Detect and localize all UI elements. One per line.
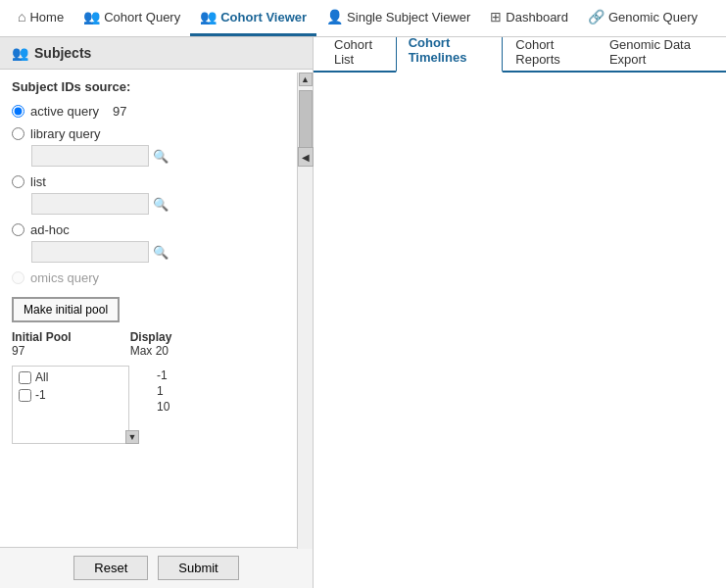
reset-button[interactable]: Reset (73, 556, 148, 580)
adhoc-label: ad-hoc (30, 222, 70, 237)
display-max-section: Display Max 20 (130, 330, 172, 358)
list-section: All -1 ▼ -1 1 10 (12, 366, 293, 444)
sidebar-content: Subject IDs source: active query 97 libr… (0, 70, 313, 547)
tab-cohort-list-label: Cohort List (334, 37, 372, 67)
display-max-value: Max 20 (130, 344, 172, 358)
adhoc-radio[interactable] (12, 223, 24, 236)
checkbox-list-box: All -1 (12, 366, 129, 444)
active-query-count: 97 (113, 104, 126, 119)
scrollbar-arrow-up[interactable]: ▲ (299, 73, 313, 86)
omics-query-label: omics query (30, 270, 99, 285)
nav-cohort-viewer[interactable]: 👥 Cohort Viewer (190, 0, 316, 36)
nav-cohort-viewer-label: Cohort Viewer (220, 10, 307, 24)
nav-cohort-query[interactable]: 👥 Cohort Query (73, 0, 190, 36)
active-query-label: active query (30, 104, 99, 119)
list-label: list (30, 174, 46, 189)
list-input-row: 🔍 (31, 193, 293, 215)
initial-pool-section: Initial Pool 97 (12, 330, 72, 358)
list-radio[interactable] (12, 175, 24, 188)
list-item-all: All (15, 368, 126, 386)
library-query-input-row: 🔍 (31, 145, 293, 167)
tab-cohort-timelines[interactable]: Cohort Timelines (396, 37, 504, 73)
library-query-row: library query (12, 126, 293, 141)
active-query-row: active query 97 (12, 104, 293, 119)
adhoc-row: ad-hoc (12, 222, 293, 237)
list-input[interactable] (31, 193, 149, 215)
list-row: list (12, 174, 293, 189)
display-value-0: -1 (153, 368, 173, 383)
make-initial-pool-button[interactable]: Make initial pool (12, 297, 120, 322)
library-query-input[interactable] (31, 145, 149, 167)
minus1-checkbox[interactable] (19, 389, 31, 402)
active-query-radio[interactable] (12, 105, 24, 118)
tab-genomic-data-export-label: Genomic Data Export (609, 37, 691, 67)
display-value-1: 1 (153, 383, 173, 399)
all-label: All (35, 370, 48, 384)
single-subject-icon: 👤 (326, 9, 343, 24)
library-query-radio[interactable] (12, 127, 24, 140)
sidebar: 👥 Subjects Subject IDs source: active qu… (0, 37, 314, 588)
adhoc-group: ad-hoc 🔍 (12, 222, 293, 263)
checkbox-list-container: All -1 ▼ (12, 366, 139, 444)
sidebar-title: Subjects (34, 45, 91, 61)
nav-genomic-query[interactable]: 🔗 Genomic Query (578, 0, 707, 36)
right-content: ◀ Cohort List Cohort Timelines Cohort Re… (314, 37, 726, 588)
list-scroll-down[interactable]: ▼ (125, 430, 139, 444)
adhoc-input-row: 🔍 (31, 241, 293, 263)
pool-info: Initial Pool 97 Display Max 20 (12, 330, 293, 358)
nav-home[interactable]: ⌂ Home (8, 0, 73, 36)
nav-single-subject-viewer[interactable]: 👤 Single Subject Viewer (316, 0, 480, 36)
dashboard-icon: ⊞ (490, 9, 502, 24)
active-query-group: active query 97 (12, 104, 293, 119)
subject-ids-label: Subject IDs source: (12, 79, 293, 94)
subjects-icon: 👥 (12, 45, 28, 61)
list-item-minus1: -1 (15, 386, 126, 404)
tabs-bar: Cohort List Cohort Timelines Cohort Repo… (314, 37, 726, 73)
display-value-2: 10 (153, 399, 173, 415)
nav-genomic-query-label: Genomic Query (608, 10, 698, 24)
display-list: -1 1 10 (149, 366, 177, 444)
sidebar-scrollbar: ▲ ▼ (297, 73, 313, 549)
home-icon: ⌂ (18, 9, 25, 24)
list-group: list 🔍 (12, 174, 293, 215)
cohort-query-icon: 👥 (83, 9, 100, 24)
nav-single-subject-label: Single Subject Viewer (347, 10, 470, 24)
tab-genomic-data-export[interactable]: Genomic Data Export (597, 37, 718, 73)
nav-home-label: Home (29, 10, 64, 24)
tab-cohort-timelines-label: Cohort Timelines (409, 37, 467, 65)
submit-button[interactable]: Submit (158, 556, 238, 580)
tab-cohort-reports-label: Cohort Reports (515, 37, 560, 67)
checkbox-list-inner: All -1 (13, 367, 128, 406)
cohort-viewer-icon: 👥 (200, 9, 217, 24)
main-layout: 👥 Subjects Subject IDs source: active qu… (0, 37, 726, 588)
adhoc-search-icon[interactable]: 🔍 (153, 245, 169, 260)
library-query-search-icon[interactable]: 🔍 (153, 149, 169, 164)
library-query-label: library query (30, 126, 101, 141)
adhoc-input[interactable] (31, 241, 149, 263)
list-search-icon[interactable]: 🔍 (153, 197, 169, 212)
library-query-group: library query 🔍 (12, 126, 293, 167)
top-nav: ⌂ Home 👥 Cohort Query 👥 Cohort Viewer 👤 … (0, 0, 726, 37)
nav-dashboard-label: Dashboard (506, 10, 568, 24)
tab-cohort-list[interactable]: Cohort List (321, 37, 396, 73)
initial-pool-value: 97 (12, 344, 72, 358)
display-max-label: Display (130, 330, 172, 344)
genomic-query-icon: 🔗 (588, 9, 605, 24)
nav-dashboard[interactable]: ⊞ Dashboard (480, 0, 578, 36)
minus1-label: -1 (35, 388, 46, 402)
nav-cohort-query-label: Cohort Query (104, 10, 180, 24)
tab-cohort-reports[interactable]: Cohort Reports (503, 37, 597, 73)
sidebar-header: 👥 Subjects (0, 37, 313, 70)
initial-pool-label: Initial Pool (12, 330, 72, 344)
tab-content-area (314, 73, 726, 588)
omics-row: omics query (12, 270, 293, 285)
omics-query-radio[interactable] (12, 271, 24, 284)
scrollbar-thumb[interactable] (299, 90, 313, 149)
all-checkbox[interactable] (19, 371, 31, 384)
sidebar-footer: Reset Submit (0, 547, 313, 588)
